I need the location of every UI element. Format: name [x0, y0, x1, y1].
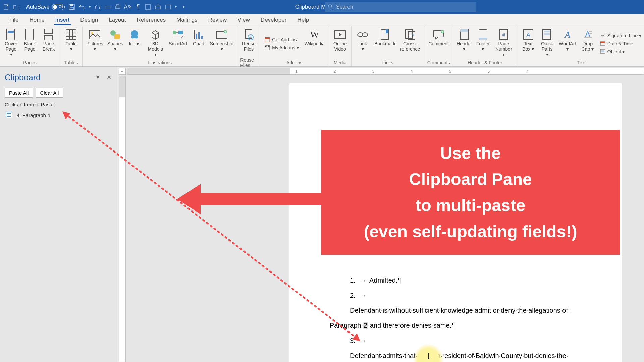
qat-icon-8[interactable]: [145, 4, 151, 10]
icons-button[interactable]: Icons: [126, 28, 143, 59]
svg-rect-42: [460, 29, 468, 32]
clipboard-item[interactable]: 4. Paragraph 4: [5, 111, 111, 119]
qat-split-icon[interactable]: ▾: [175, 5, 177, 9]
group-illustrations-label: Illustrations: [148, 59, 172, 66]
signature-icon: [600, 33, 605, 38]
tab-review[interactable]: Review: [203, 14, 232, 26]
screenshot-button[interactable]: Screenshot▾: [209, 28, 234, 59]
tab-help[interactable]: Help: [292, 14, 314, 26]
bookmark-icon: [379, 29, 391, 40]
crossref-icon: [405, 29, 416, 40]
svg-rect-5: [115, 6, 120, 8]
group-addins-label: Add-ins: [286, 59, 302, 66]
svg-rect-23: [196, 34, 197, 39]
link-icon: [357, 29, 368, 40]
page-number-icon: #: [498, 29, 509, 40]
tab-insert[interactable]: Insert: [50, 14, 75, 26]
pane-close-icon[interactable]: ✕: [107, 74, 111, 81]
textbox-icon: A: [523, 29, 534, 40]
3d-models-button[interactable]: 3DModels ▾: [145, 28, 166, 59]
shapes-button[interactable]: Shapes▾: [106, 28, 124, 59]
clipboard-pane-title: Clipboard: [5, 73, 41, 82]
ruler-corner[interactable]: ⌐: [119, 68, 126, 75]
wordart-button[interactable]: AWordArt▾: [558, 28, 577, 59]
bookmark-button[interactable]: Bookmark: [373, 28, 397, 59]
page-number-button[interactable]: #PageNumber ▾: [493, 28, 514, 59]
clear-all-button[interactable]: Clear All: [36, 88, 63, 98]
undo-icon[interactable]: [79, 4, 85, 10]
svg-rect-8: [155, 6, 161, 9]
get-addins-button[interactable]: Get Add-ins: [263, 36, 301, 43]
paste-all-button[interactable]: Paste All: [5, 88, 33, 98]
tab-developer[interactable]: Developer: [255, 14, 292, 26]
svg-rect-2: [70, 7, 73, 9]
svg-rect-50: [544, 31, 550, 32]
smartart-button[interactable]: SmartArt: [168, 28, 188, 59]
search-box[interactable]: [325, 2, 476, 12]
textbox-button[interactable]: ATextBox ▾: [520, 28, 537, 59]
pictures-icon: [89, 29, 100, 40]
footer-icon: [477, 29, 489, 40]
chart-button[interactable]: Chart: [190, 28, 207, 59]
svg-rect-51: [544, 33, 550, 35]
save-icon[interactable]: [69, 4, 75, 10]
field-ref: 2: [363, 322, 368, 329]
cover-page-button[interactable]: CoverPage ▾: [3, 28, 19, 59]
redo-icon[interactable]: [95, 4, 101, 10]
quick-print-icon[interactable]: [115, 4, 121, 10]
wikipedia-button[interactable]: WWikipedia: [303, 28, 326, 59]
footer-button[interactable]: Footer▾: [475, 28, 491, 59]
reuse-files-button[interactable]: ReuseFiles: [240, 28, 257, 59]
svg-rect-44: [479, 38, 487, 40]
page-break-button[interactable]: PageBreak: [40, 28, 57, 59]
svg-rect-54: [600, 42, 605, 43]
tab-layout[interactable]: Layout: [103, 14, 131, 26]
tab-view[interactable]: View: [232, 14, 255, 26]
open-file-icon[interactable]: [13, 4, 19, 10]
svg-rect-30: [265, 39, 270, 42]
signature-line-button[interactable]: Signature Line ▾: [598, 32, 643, 39]
vertical-ruler[interactable]: [119, 76, 126, 362]
tab-design[interactable]: Design: [75, 14, 103, 26]
my-addins-button[interactable]: My Add-ins ▾: [263, 44, 301, 51]
quick-parts-icon: [541, 29, 553, 40]
svg-rect-28: [245, 29, 252, 38]
tab-file[interactable]: File: [4, 14, 24, 26]
blank-page-button[interactable]: BlankPage: [21, 28, 38, 59]
qat-icon-9[interactable]: [155, 4, 161, 10]
link-button[interactable]: Link▾: [354, 28, 371, 59]
table-button[interactable]: Table▾: [63, 28, 79, 59]
svg-rect-4: [105, 6, 111, 8]
undo-split-icon[interactable]: ▾: [89, 5, 91, 9]
date-time-icon: [600, 41, 605, 46]
qat-icon-6[interactable]: A✎: [125, 4, 131, 10]
pane-menu-icon[interactable]: ▼: [95, 74, 101, 81]
tab-home[interactable]: Home: [24, 14, 50, 26]
tab-references[interactable]: References: [131, 14, 171, 26]
svg-text:#: #: [502, 32, 505, 38]
doc-item-2b: Paragraph·2·and·therefore·denies·same.¶: [330, 318, 581, 333]
search-input[interactable]: [336, 4, 473, 10]
svg-rect-3: [70, 4, 73, 6]
object-button[interactable]: Object ▾: [598, 48, 643, 55]
date-time-button[interactable]: Date & Time: [598, 40, 643, 47]
autosave-toggle[interactable]: AutoSave Off: [26, 4, 65, 10]
svg-rect-24: [198, 32, 200, 39]
qat-icon-10[interactable]: [165, 4, 171, 10]
new-file-icon[interactable]: [3, 4, 9, 10]
qat-more-icon[interactable]: ▾: [183, 5, 185, 9]
horizontal-ruler[interactable]: 1 2 3 4 5 6 7: [127, 68, 644, 75]
comment-button[interactable]: Comment: [427, 28, 450, 59]
pictures-button[interactable]: Pictures▾: [85, 28, 104, 59]
header-button[interactable]: Header▾: [456, 28, 473, 59]
tab-mailings[interactable]: Mailings: [171, 14, 203, 26]
quick-parts-button[interactable]: QuickParts ▾: [539, 28, 556, 59]
qat-icon-4[interactable]: [105, 4, 111, 10]
online-video-button[interactable]: OnlineVideo: [332, 28, 348, 59]
dropcap-button[interactable]: ADropCap ▾: [579, 28, 596, 59]
dropcap-icon: A: [582, 29, 593, 40]
screenshot-icon: [216, 29, 227, 40]
crossref-button[interactable]: Cross-reference: [399, 28, 421, 59]
show-hide-icon[interactable]: ¶: [135, 4, 141, 10]
smartart-icon: [172, 29, 184, 40]
